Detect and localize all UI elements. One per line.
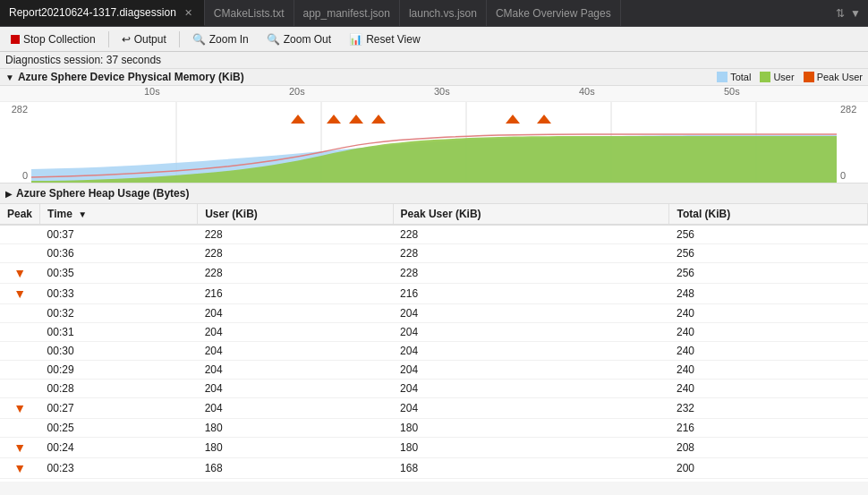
cell-peak-user: 228 [393,225,669,244]
table-row[interactable]: ▼00:27204204232 [0,398,868,419]
heap-usage-section[interactable]: ▶ Azure Sphere Heap Usage (Bytes) [0,183,868,204]
peak-marker-icon: ▼ [13,286,26,301]
time-axis: 10s 20s 30s 40s 50s [0,86,868,102]
table-row[interactable]: 00:36228228256 [0,244,868,263]
tab-cmake[interactable]: CMakeLists.txt [205,0,294,26]
chart-collapse-icon[interactable]: ▼ [5,73,14,82]
tab-report-label: Report20210624-1317.diagsession [9,6,176,19]
cell-time: 00:37 [40,225,198,244]
col-header-peak[interactable]: Peak [0,204,40,225]
chart-legend: Total User Peak User [717,72,863,82]
stop-collection-button[interactable]: Stop Collection [4,31,103,47]
cell-total: 240 [669,323,868,342]
cell-user: 180 [198,419,393,438]
svg-marker-10 [537,115,551,124]
cell-user: 204 [198,361,393,380]
data-table-container[interactable]: Peak Time ▼ User (KiB) Peak User (KiB) T… [0,204,868,482]
svg-marker-7 [349,115,363,124]
table-row[interactable]: 00:28204204240 [0,380,868,398]
chart-title-text: Azure Sphere Device Physical Memory (KiB… [18,71,244,83]
table-row[interactable]: 00:30204204240 [0,342,868,361]
cell-time: 00:33 [40,284,198,304]
cell-user: 204 [198,323,393,342]
legend-user: User [760,72,794,82]
svg-marker-6 [327,115,341,124]
cell-total: 248 [669,284,868,304]
stop-icon [11,35,20,44]
cell-peak [0,244,40,263]
table-row[interactable]: 00:22156156192 [0,479,868,482]
output-button[interactable]: ↩ Output [115,31,174,47]
status-text: Diagnostics session: 37 seconds [5,54,161,66]
cell-user: 204 [198,398,393,419]
stop-collection-label: Stop Collection [23,33,96,46]
tab-cmake-overview[interactable]: CMake Overview Pages [487,0,621,26]
col-time-label: Time [47,208,72,220]
cell-peak-user: 204 [393,323,669,342]
chart-title: ▼ Azure Sphere Device Physical Memory (K… [5,71,244,83]
cell-peak [0,380,40,398]
chart-canvas: 282 0 [0,102,868,183]
tab-report-close[interactable]: ✕ [182,6,195,20]
svg-marker-9 [506,115,520,124]
cell-peak: ▼ [0,284,40,304]
tab-report[interactable]: Report20210624-1317.diagsession ✕ [0,0,205,26]
cell-peak [0,361,40,380]
tab-app-manifest-label: app_manifest.json [303,7,390,20]
cell-peak [0,479,40,482]
cell-peak [0,225,40,244]
cell-peak [0,419,40,438]
legend-user-dot [760,72,770,82]
table-row[interactable]: 00:37228228256 [0,225,868,244]
cell-time: 00:29 [40,361,198,380]
table-row[interactable]: ▼00:24180180208 [0,438,868,458]
table-row[interactable]: ▼00:23168168200 [0,458,868,479]
tab-launch[interactable]: launch.vs.json [400,0,487,26]
peak-marker-icon: ▼ [13,266,26,280]
zoom-in-label: Zoom In [209,33,249,46]
table-row[interactable]: ▼00:33216216248 [0,284,868,304]
peak-marker-icon: ▼ [13,461,26,475]
cell-time: 00:32 [40,304,198,323]
cell-user: 228 [198,263,393,284]
zoom-in-button[interactable]: 🔍 Zoom In [185,31,256,47]
tab-cmake-overview-label: CMake Overview Pages [496,7,611,20]
col-header-total[interactable]: Total (KiB) [669,204,868,225]
toolbar: Stop Collection ↩ Output 🔍 Zoom In 🔍 Zoo… [0,27,868,52]
cell-total: 256 [669,263,868,284]
table-row[interactable]: 00:25180180216 [0,419,868,438]
peak-marker-icon: ▼ [13,440,26,455]
heap-collapse-icon[interactable]: ▶ [5,189,13,199]
cell-time: 00:31 [40,323,198,342]
col-total-label: Total (KiB) [677,208,730,220]
toolbar-separator-2 [179,31,180,47]
col-user-label: User (KiB) [205,208,258,220]
table-row[interactable]: 00:31204204240 [0,323,868,342]
cell-peak: ▼ [0,458,40,479]
heap-usage-title: Azure Sphere Heap Usage (Bytes) [16,187,189,200]
cell-total: 208 [669,438,868,458]
legend-peak-user-dot [804,72,814,82]
cell-time: 00:22 [40,479,198,482]
table-row[interactable]: ▼00:35228228256 [0,263,868,284]
time-label-30s: 30s [434,86,450,97]
tab-app-manifest[interactable]: app_manifest.json [294,0,400,26]
col-header-peak-user[interactable]: Peak User (KiB) [393,204,669,225]
col-header-user[interactable]: User (KiB) [198,204,393,225]
cell-time: 00:24 [40,438,198,458]
cell-peak: ▼ [0,263,40,284]
table-row[interactable]: 00:32204204240 [0,304,868,323]
cell-total: 240 [669,342,868,361]
cell-peak: ▼ [0,398,40,419]
col-header-time[interactable]: Time ▼ [40,204,198,225]
y-axis-right: 282 0 [837,102,868,183]
tab-sort-icon[interactable]: ⇅ [836,7,845,20]
peak-marker-icon: ▼ [13,401,26,415]
cell-total: 240 [669,361,868,380]
legend-user-label: User [773,72,794,82]
table-row[interactable]: 00:29204204240 [0,361,868,380]
cell-peak-user: 204 [393,398,669,419]
reset-view-button[interactable]: 📊 Reset View [342,31,427,47]
zoom-out-button[interactable]: 🔍 Zoom Out [260,31,338,47]
tab-overflow-icon[interactable]: ▼ [850,7,861,20]
